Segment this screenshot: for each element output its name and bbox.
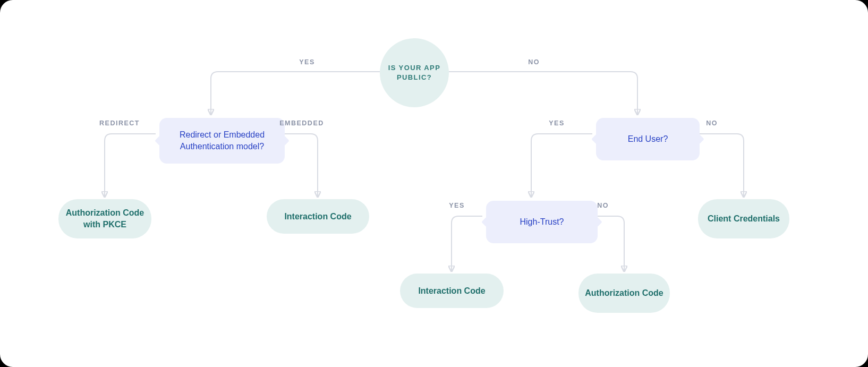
- edge-redirect: REDIRECT: [93, 120, 146, 127]
- result-authorization-code-label: Authorization Code: [585, 287, 663, 299]
- decision-high-trust: High-Trust?: [486, 201, 598, 243]
- root-node: IS YOUR APP PUBLIC?: [380, 38, 449, 107]
- decision-end-user-label: End User?: [628, 133, 668, 145]
- edge-embedded: EMBEDDED: [275, 120, 328, 127]
- flowchart-canvas: IS YOUR APP PUBLIC? YES NO Redirect or E…: [0, 0, 868, 367]
- edge-hightrust-yes: YES: [441, 202, 473, 209]
- result-client-credentials-label: Client Credentials: [708, 213, 780, 225]
- edge-root-yes: YES: [291, 58, 323, 66]
- edge-enduser-yes: YES: [541, 120, 573, 127]
- result-interaction-code-left-label: Interaction Code: [284, 211, 351, 223]
- result-authorization-code: Authorization Code: [578, 274, 670, 313]
- result-interaction-code-left: Interaction Code: [267, 199, 369, 234]
- root-label: IS YOUR APP PUBLIC?: [380, 63, 449, 82]
- result-interaction-code-right: Interaction Code: [400, 274, 504, 308]
- edge-enduser-no: NO: [696, 120, 728, 127]
- decision-end-user: End User?: [596, 118, 700, 160]
- result-auth-code-pkce: Authorization Code with PKCE: [58, 199, 151, 238]
- result-interaction-code-right-label: Interaction Code: [418, 285, 485, 297]
- edge-root-no: NO: [518, 58, 550, 66]
- edge-hightrust-no: NO: [587, 202, 619, 209]
- decision-auth-model-label: Redirect or Embedded Authentication mode…: [170, 129, 274, 152]
- result-auth-code-pkce-label: Authorization Code with PKCE: [58, 207, 151, 230]
- decision-auth-model: Redirect or Embedded Authentication mode…: [159, 118, 285, 164]
- decision-high-trust-label: High-Trust?: [520, 216, 564, 228]
- result-client-credentials: Client Credentials: [698, 199, 789, 238]
